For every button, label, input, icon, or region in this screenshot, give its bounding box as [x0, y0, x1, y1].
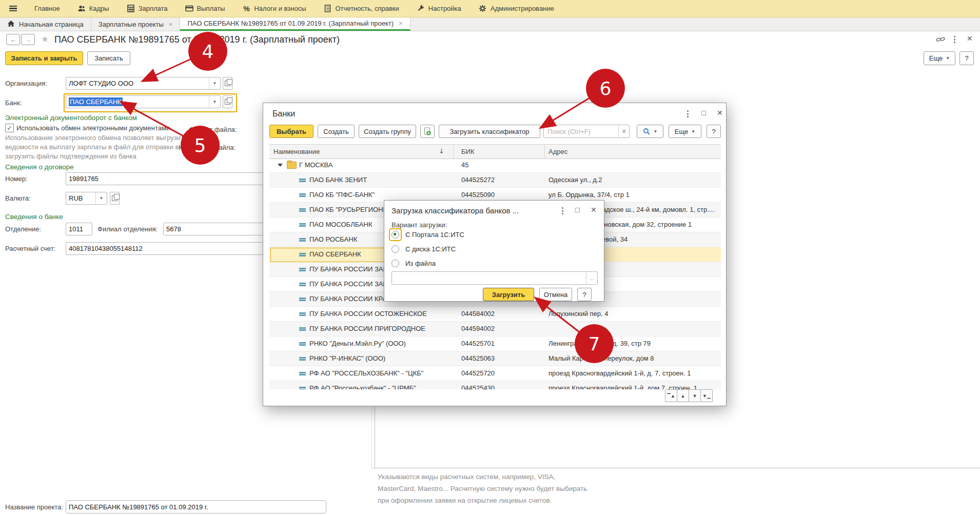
load-button[interactable]: Загрузить — [483, 288, 534, 301]
menu-item-label: Кадры — [89, 5, 109, 12]
forward-button[interactable]: → — [21, 34, 35, 45]
banks-select-button[interactable]: Выбрать — [269, 125, 313, 138]
sort-desc-icon: ↓ — [439, 147, 444, 155]
close-form-icon[interactable]: ✕ — [967, 34, 973, 43]
table-row[interactable]: ПАО БАНК ЗЕНИТ044525272Одесская ул., д.2 — [269, 173, 721, 188]
bank-field[interactable]: ПАО СБЕРБАНК ▼ — [66, 95, 221, 108]
close-tab-icon[interactable]: × — [169, 21, 173, 28]
form-more-button[interactable]: Еще▼ — [924, 51, 955, 65]
banks-help-button[interactable]: ? — [707, 125, 721, 138]
currency-open-button[interactable] — [110, 192, 120, 205]
loader-more-icon[interactable] — [562, 207, 563, 214]
go-first-icon[interactable]: ▔▲ — [665, 389, 677, 402]
menu-item-налоги-и-взносы[interactable]: %Налоги и взносы — [242, 5, 306, 13]
currency-field[interactable]: RUB▼ — [66, 192, 107, 205]
menu-item-главное[interactable]: Главное — [34, 5, 60, 12]
radio-option-1[interactable]: С диска 1С:ИТС — [390, 244, 456, 254]
file-format-label: Формат файла: — [189, 126, 237, 133]
menu-item-администрирование[interactable]: Администрирование — [479, 5, 554, 13]
load-classifier-button[interactable]: Загрузить классификатор — [439, 125, 540, 138]
main-menu-button[interactable] — [9, 5, 17, 12]
bank-item-icon — [299, 312, 306, 314]
bank-name: РФ АО "Россельхозбанк" - "ЦРМБ" — [309, 384, 447, 389]
window-more-icon[interactable] — [954, 36, 955, 43]
bank-address: проезд Красногвардейский 1-й, дом 7, стр… — [548, 384, 719, 389]
bank-name: РФ АО "РОССЕЛЬХОЗБАНК" - "ЦКБ" — [309, 369, 447, 377]
people-icon — [77, 5, 86, 13]
table-row[interactable]: ПУ БАНКА РОССИИ ПРИГОРОДНОЕ044594002 — [269, 322, 721, 336]
loader-maximize-icon[interactable]: □ — [575, 206, 579, 214]
tab-1[interactable]: Зарплатные проекты× — [91, 17, 181, 31]
banks-more-button[interactable]: Еще▼ — [669, 125, 701, 138]
menu-item-кадры[interactable]: Кадры — [77, 5, 109, 13]
bank-address: Малый Каретный переулок, дом 8 — [548, 354, 719, 362]
radio-label: Из файла — [405, 260, 436, 267]
go-prev-icon[interactable]: ▲ — [677, 389, 689, 402]
table-row[interactable]: ПУ БАНКА РОССИИ ОСТОЖЕНСКОЕ044584002Лопу… — [269, 307, 721, 322]
bank-name: ПУ БАНКА РОССИИ ПРИГОРОДНОЕ — [309, 325, 447, 332]
banks-more-icon[interactable] — [687, 110, 689, 117]
save-close-button[interactable]: Записать и закрыть — [5, 51, 83, 65]
banks-maximize-icon[interactable]: □ — [701, 109, 705, 117]
browse-icon[interactable]: ... — [586, 272, 597, 284]
bank-bik: 044584002 — [461, 310, 538, 318]
loader-close-icon[interactable]: ✕ — [591, 206, 597, 214]
go-last-icon[interactable]: ▼▁ — [700, 389, 713, 402]
document-plus-icon — [424, 127, 431, 135]
tab-2[interactable]: ПАО СБЕРБАНК №19891765 от 01.09.2019 г. … — [180, 17, 410, 31]
edo-checkbox-label: Использовать обмен электронными документ… — [16, 124, 170, 132]
tab-0[interactable]: Начальная страница — [0, 17, 91, 31]
bank-name: Г МОСКВА — [299, 161, 448, 169]
banks-close-icon[interactable]: ✕ — [717, 109, 723, 117]
tab-label: ПАО СБЕРБАНК №19891765 от 01.09.2019 г. … — [187, 19, 394, 27]
close-tab-icon[interactable]: × — [399, 19, 403, 27]
go-next-icon[interactable]: ▼ — [689, 389, 701, 402]
link-icon[interactable] — [936, 36, 945, 45]
banks-table-header[interactable]: Наименование ↓ БИК Адрес — [269, 144, 721, 159]
chevron-down-icon: ▼ — [95, 192, 107, 204]
org-field[interactable]: ЛОФТ СТУДИО ООО▼ — [66, 77, 221, 90]
bank-name: РНКО "Деньги.Мэйл.Ру" (ООО) — [309, 340, 447, 347]
column-address: Адрес — [548, 148, 567, 155]
menu-item-зарплата[interactable]: Зарплата — [127, 5, 168, 13]
variant-label: Вариант загрузки: — [391, 221, 447, 229]
project-name-field[interactable]: ПАО СБЕРБАНК №19891765 от 01.09.2019 г. — [66, 500, 326, 513]
edo-checkbox[interactable]: ✓ — [5, 124, 14, 132]
table-row[interactable]: РФ АО "Россельхозбанк" - "ЦРМБ"044525430… — [269, 381, 721, 389]
back-button[interactable]: ← — [6, 34, 20, 45]
banks-create-group-button[interactable]: Создать группу — [359, 125, 416, 138]
table-row[interactable]: РНКО "Деньги.Мэйл.Ру" (ООО)044525701Лени… — [269, 336, 721, 351]
form-help-button[interactable]: ? — [959, 51, 974, 65]
file-path-field[interactable]: ... — [391, 271, 598, 285]
expander-icon[interactable] — [278, 164, 283, 167]
loader-help-button[interactable]: ? — [577, 288, 592, 301]
table-row[interactable]: РФ АО "РОССЕЛЬХОЗБАНК" - "ЦКБ"044525720п… — [269, 366, 721, 381]
favorite-star-icon[interactable]: ★ — [41, 34, 49, 45]
bank-bik: 044525272 — [461, 176, 538, 184]
clear-search-icon[interactable]: ✕ — [618, 125, 629, 137]
branch-field[interactable]: 1011 — [66, 223, 92, 235]
create-new-from-icon-button[interactable] — [420, 125, 435, 138]
bank-item-icon — [299, 327, 306, 329]
radio-option-2[interactable]: Из файла — [390, 259, 436, 268]
table-row[interactable]: РНКО "Р-ИНКАС" (ООО)044525063Малый Карет… — [269, 351, 721, 366]
bank-bik: 044525701 — [461, 340, 538, 347]
bank-open-button[interactable] — [223, 95, 232, 108]
report-icon — [324, 5, 332, 13]
cancel-button[interactable]: Отмена — [539, 288, 572, 301]
table-row[interactable]: Г МОСКВА45 — [269, 158, 721, 173]
save-button[interactable]: Записать — [87, 51, 130, 65]
banks-search-button[interactable]: ▼ — [637, 125, 663, 138]
search-icon — [643, 128, 651, 135]
menu-item-настройка[interactable]: Настройка — [417, 5, 461, 13]
banks-create-button[interactable]: Создать — [318, 125, 355, 138]
payment-systems-hint: Указываются виды расчетных систем, напри… — [378, 471, 587, 506]
menu-item-выплаты[interactable]: Выплаты — [185, 5, 225, 13]
radio-icon — [391, 260, 399, 267]
payment-area-border — [375, 407, 375, 468]
banks-search-input[interactable]: Поиск (Ctrl+F) ✕ — [543, 125, 630, 138]
bank-address: Лопухинский пер, 4 — [548, 310, 719, 318]
menu-item-отчетность-справки[interactable]: Отчетность, справки — [324, 5, 399, 13]
radio-option-0[interactable]: С Портала 1С:ИТС — [390, 230, 464, 240]
org-open-button[interactable] — [223, 77, 232, 90]
